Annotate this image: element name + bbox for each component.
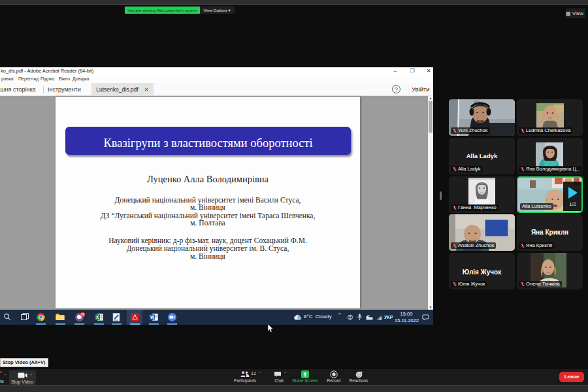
svg-text:X: X bbox=[96, 315, 99, 319]
svg-text:W: W bbox=[150, 315, 155, 319]
